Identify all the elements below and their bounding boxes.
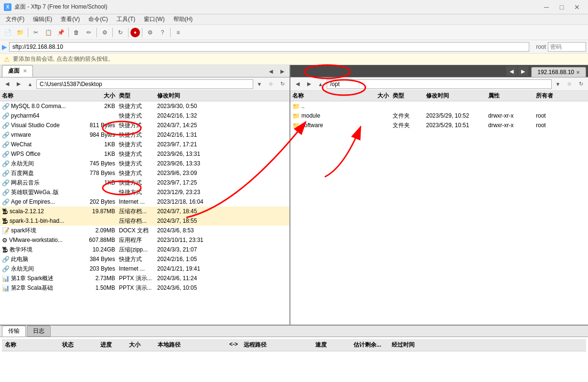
right-up-btn[interactable]: ▲ bbox=[315, 79, 326, 89]
toolbar-help[interactable]: ? bbox=[157, 27, 168, 38]
left-file-row[interactable]: 🗜 spark-3.1.1-bin-had... 压缩存档... 2024/3/… bbox=[0, 216, 289, 226]
left-file-row[interactable]: 🔗 此电脑 384 Bytes 快捷方式 2024/2/16, 1:05 bbox=[0, 254, 289, 264]
left-panel-next[interactable]: ▶ bbox=[277, 66, 288, 76]
right-col-type-header[interactable]: 类型 bbox=[391, 92, 424, 100]
left-file-row[interactable]: 🔗 WPS Office 1KB 快捷方式 2023/9/26, 13:31 bbox=[0, 149, 289, 159]
right-col-owner-header[interactable]: 所有者 bbox=[534, 92, 563, 100]
trans-col-progress: 进度 bbox=[97, 340, 126, 350]
sftp-address-input[interactable] bbox=[9, 42, 529, 52]
left-tab-close[interactable]: ✕ bbox=[23, 68, 27, 74]
left-file-row[interactable]: 🔗 Visual Studio Code 811 Bytes 快捷方式 2024… bbox=[0, 120, 289, 130]
left-file-row[interactable]: 🔗 百度网盘 778 Bytes 快捷方式 2023/9/6, 23:09 bbox=[0, 168, 289, 178]
toolbar-transfer[interactable]: ⚙ bbox=[144, 27, 156, 38]
toolbar-new-session[interactable]: 📄 bbox=[2, 27, 13, 38]
info-text: 要添加当前会话, 点击左侧的箭头按钮。 bbox=[13, 55, 114, 63]
left-file-row[interactable]: 🗜 教学环境 10.24GB 压缩(zipp... 2024/3/3, 21:0… bbox=[0, 245, 289, 254]
right-tab-session[interactable]: 192.168.88.10 ✕ bbox=[531, 67, 586, 77]
right-col-date-header[interactable]: 修改时间 bbox=[424, 92, 486, 100]
toolbar-cut[interactable]: ✂ bbox=[30, 27, 42, 38]
tab-log[interactable]: 日志 bbox=[27, 326, 51, 337]
left-tab-desktop[interactable]: 桌面 ✕ bbox=[2, 65, 33, 77]
session-icon-red: ● bbox=[130, 28, 140, 37]
menu-help[interactable]: 帮助(H) bbox=[170, 14, 197, 24]
left-file-row[interactable]: 🗜 scala-2.12.12 19.87MB 压缩存档... 2024/3/7… bbox=[0, 207, 289, 216]
toolbar-more[interactable]: ≡ bbox=[172, 27, 184, 38]
trans-col-remaining: 估计剩余... bbox=[351, 340, 389, 350]
left-bookmark-btn[interactable]: ☆ bbox=[266, 79, 276, 89]
info-bar: ⚠ 要添加当前会话, 点击左侧的箭头按钮。 bbox=[0, 54, 588, 65]
left-file-row[interactable]: 🔗 网易云音乐 1KB 快捷方式 2023/9/7, 17:25 bbox=[0, 178, 289, 187]
tab-transfer[interactable]: 传输 bbox=[2, 326, 26, 337]
root-label: root bbox=[536, 44, 546, 50]
left-path-input[interactable] bbox=[36, 79, 253, 89]
left-forward-btn[interactable]: ▶ bbox=[13, 79, 24, 89]
left-back-btn[interactable]: ◀ bbox=[2, 79, 12, 89]
left-up-btn[interactable]: ▲ bbox=[25, 79, 35, 89]
left-file-row[interactable]: 🔗 vmware 984 Bytes 快捷方式 2024/2/16, 1:31 bbox=[0, 130, 289, 140]
toolbar-refresh[interactable]: ↻ bbox=[115, 27, 126, 38]
menu-edit[interactable]: 编辑(E) bbox=[29, 14, 56, 24]
left-file-row[interactable]: 🔗 英雄联盟WeGa..版 快捷方式 2023/12/9, 23:23 bbox=[0, 187, 289, 197]
menu-window[interactable]: 窗口(W) bbox=[140, 14, 168, 24]
toolbar-properties[interactable]: ⚙ bbox=[99, 27, 110, 38]
right-panel: ◀ ▶ 192.168.88.10 ✕ ◀ ▶ ▲ ▼ ☆ ↻ bbox=[290, 65, 588, 325]
left-file-row[interactable]: 📊 第2章 Scala基础 1.50MB PPTX 演示... 2024/3/6… bbox=[0, 283, 289, 293]
left-file-row[interactable]: 📊 第1章 Spark概述 2.73MB PPTX 演示... 2024/3/6… bbox=[0, 273, 289, 283]
window-controls: ─ □ ✕ bbox=[539, 2, 584, 12]
left-file-row[interactable]: 🔗 永劫无间 203 Bytes Internet ... 2024/1/21,… bbox=[0, 264, 289, 273]
toolbar-paste[interactable]: 📌 bbox=[55, 27, 66, 38]
left-nav-bar: ◀ ▶ ▲ ▼ ☆ ↻ bbox=[0, 77, 289, 91]
right-dropdown-btn[interactable]: ▼ bbox=[553, 79, 563, 89]
col-date-header[interactable]: 修改时间 bbox=[155, 92, 222, 100]
right-col-attr-header[interactable]: 属性 bbox=[486, 92, 534, 100]
right-back-btn[interactable]: ◀ bbox=[292, 79, 303, 89]
left-file-row[interactable]: 🔗 Age of Empires... 202 Bytes Internet .… bbox=[0, 197, 289, 207]
col-size-header[interactable]: 大小 bbox=[79, 92, 117, 100]
right-panel-prev[interactable]: ◀ bbox=[506, 66, 517, 76]
right-tab-close[interactable]: ✕ bbox=[576, 70, 580, 75]
left-file-row[interactable]: 🔗 永劫无间 745 Bytes 快捷方式 2023/9/26, 13:33 bbox=[0, 159, 289, 168]
left-dropdown-btn[interactable]: ▼ bbox=[254, 79, 265, 89]
right-file-row[interactable]: 📁 software 文件夹 2023/5/29, 10:51 drwxr-xr… bbox=[290, 120, 588, 130]
address-bar: ▶ root bbox=[0, 40, 588, 54]
app-icon: X bbox=[4, 3, 11, 11]
right-panel-next[interactable]: ▶ bbox=[518, 66, 528, 76]
right-file-row[interactable]: 📁 module 文件夹 2023/5/29, 10:52 drwxr-xr-x… bbox=[290, 111, 588, 120]
window-title: 桌面 - Xftp 7 (Free for Home/School) bbox=[14, 3, 107, 11]
password-input[interactable] bbox=[548, 42, 586, 52]
menu-file[interactable]: 文件(F) bbox=[2, 14, 28, 24]
right-refresh-btn[interactable]: ↻ bbox=[576, 79, 586, 89]
left-file-row[interactable]: 🔗 pycharm64 快捷方式 2024/2/16, 1:32 bbox=[0, 111, 289, 120]
right-forward-btn[interactable]: ▶ bbox=[304, 79, 314, 89]
menu-bar: 文件(F) 编辑(E) 查看(V) 命令(C) 工具(T) 窗口(W) 帮助(H… bbox=[0, 14, 588, 25]
toolbar-copy[interactable]: 📋 bbox=[43, 27, 54, 38]
toolbar-rename[interactable]: ✏ bbox=[83, 27, 95, 38]
left-refresh-btn[interactable]: ↻ bbox=[277, 79, 288, 89]
left-file-row[interactable]: 🔗 WeChat 1KB 快捷方式 2023/9/7, 17:21 bbox=[0, 140, 289, 149]
menu-command[interactable]: 命令(C) bbox=[85, 14, 112, 24]
col-type-header[interactable]: 类型 bbox=[117, 92, 155, 100]
minimize-button[interactable]: ─ bbox=[539, 2, 554, 12]
trans-col-speed: 速度 bbox=[312, 340, 351, 350]
left-panel-prev[interactable]: ◀ bbox=[266, 66, 276, 76]
left-panel: 桌面 ✕ ◀ ▶ ◀ ▶ ▲ ▼ ☆ ↻ bbox=[0, 65, 290, 325]
toolbar-open[interactable]: 📁 bbox=[14, 27, 26, 38]
close-button[interactable]: ✕ bbox=[570, 2, 584, 12]
left-file-row[interactable]: 🔗 MySQL 8.0 Comma... 2KB 快捷方式 2023/9/30,… bbox=[0, 101, 289, 111]
trans-col-size: 大小 bbox=[126, 340, 155, 350]
toolbar-delete[interactable]: 🗑 bbox=[71, 27, 82, 38]
right-col-size-header[interactable]: 大小 bbox=[362, 92, 391, 100]
menu-tools[interactable]: 工具(T) bbox=[113, 14, 139, 24]
bottom-tab-bar: 传输 日志 bbox=[0, 326, 588, 337]
right-file-row[interactable]: 📁 .. bbox=[290, 101, 588, 111]
right-path-input[interactable] bbox=[327, 79, 552, 89]
right-bookmark-btn[interactable]: ☆ bbox=[564, 79, 575, 89]
trans-col-name: 名称 bbox=[2, 340, 59, 350]
menu-view[interactable]: 查看(V) bbox=[57, 14, 84, 24]
left-file-row[interactable]: ⚙ VMware-workstatio... 607.88MB 应用程序 202… bbox=[0, 235, 289, 245]
left-file-row[interactable]: 📝 spark环境 2.09MB DOCX 文档 2024/3/6, 8:53 bbox=[0, 226, 289, 235]
right-col-name-header[interactable]: 名称 bbox=[290, 92, 362, 100]
col-name-header[interactable]: 名称 bbox=[0, 92, 79, 100]
maximize-button[interactable]: □ bbox=[555, 2, 569, 12]
session-arrow-icon: ▶ bbox=[2, 43, 7, 51]
